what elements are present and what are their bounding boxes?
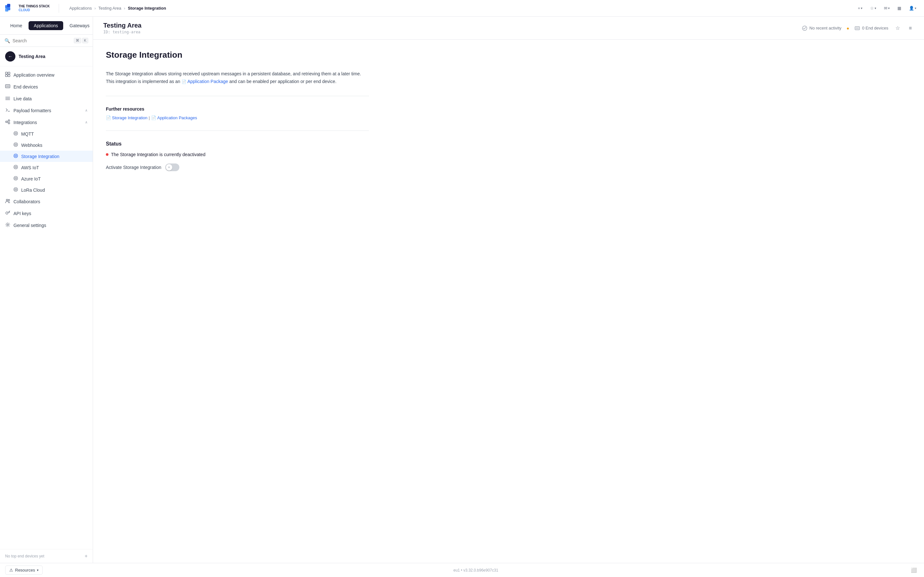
sidebar-item-integrations[interactable]: Integrations ∧ bbox=[0, 116, 93, 128]
svg-point-37 bbox=[15, 189, 16, 190]
sidebar-item-mqtt[interactable]: MQTT bbox=[0, 128, 93, 139]
sidebar-item-end-devices[interactable]: End devices bbox=[0, 81, 93, 93]
sidebar-item-label: End devices bbox=[13, 84, 38, 89]
svg-point-17 bbox=[8, 122, 10, 124]
sidebar-item-payload-formatters[interactable]: Payload formatters ∧ bbox=[0, 105, 93, 116]
breadcrumb-current: Storage Integration bbox=[128, 6, 166, 11]
sidebar-item-label: Integrations bbox=[13, 120, 37, 125]
sidebar-item-webhooks[interactable]: Webhooks bbox=[0, 139, 93, 151]
svg-rect-10 bbox=[8, 85, 9, 87]
svg-line-19 bbox=[7, 122, 8, 123]
page-id: ID: testing-area bbox=[103, 30, 142, 34]
no-activity-label: No recent activity bbox=[809, 26, 842, 31]
mail-chevron-icon: ▾ bbox=[888, 6, 890, 10]
mail-button[interactable]: ✉ ▾ bbox=[881, 5, 892, 12]
sidebar-item-general-settings[interactable]: General settings bbox=[0, 219, 93, 231]
sidebar-item-label: LoRa Cloud bbox=[21, 187, 45, 193]
azure-iot-icon bbox=[13, 176, 18, 181]
add-button[interactable]: + ▾ bbox=[855, 5, 865, 12]
menu-button[interactable]: ≡ bbox=[907, 23, 914, 33]
description-block: The Storage Integration allows storing r… bbox=[106, 70, 369, 96]
resources-chevron-icon: ▾ bbox=[37, 568, 39, 572]
activate-row: Activate Storage Integration ✕ bbox=[106, 163, 369, 171]
live-data-icon bbox=[5, 95, 10, 102]
sidebar-item-collaborators[interactable]: Collaborators bbox=[0, 195, 93, 207]
chart-button[interactable]: ▦ bbox=[895, 5, 904, 12]
svg-point-25 bbox=[15, 144, 16, 145]
nav-tabs: Home Applications Gateways bbox=[0, 17, 93, 35]
page-header-left: Testing Area ID: testing-area bbox=[103, 22, 142, 34]
svg-rect-6 bbox=[5, 75, 7, 77]
sidebar-item-aws-iot[interactable]: AWS IoT bbox=[0, 162, 93, 173]
svg-point-16 bbox=[8, 120, 10, 121]
tab-home[interactable]: Home bbox=[5, 21, 27, 30]
sidebar-item-label: Storage Integration bbox=[21, 154, 59, 159]
cmd-key: ⌘ bbox=[74, 38, 81, 43]
storage-integration-title: Storage Integration bbox=[106, 50, 369, 60]
star-button[interactable]: ☆ ▾ bbox=[867, 5, 879, 12]
brand-name-line2: CLOUD bbox=[19, 8, 50, 12]
breadcrumb-testing-area[interactable]: Testing Area bbox=[99, 6, 121, 11]
breadcrumb-applications[interactable]: Applications bbox=[69, 6, 92, 11]
svg-rect-1 bbox=[7, 4, 10, 7]
version-text: eu1 • v3.32.0.b96e907c31 bbox=[453, 568, 498, 572]
toggle-thumb: ✕ bbox=[166, 164, 172, 171]
search-bar: 🔍 ⌘ K bbox=[0, 35, 93, 47]
sidebar-item-lora-cloud[interactable]: LoRa Cloud bbox=[0, 184, 93, 195]
add-chevron-icon: ▾ bbox=[861, 6, 863, 10]
k-key: K bbox=[82, 38, 88, 43]
tab-gateways[interactable]: Gateways bbox=[65, 21, 93, 30]
logo: THE THINGS STACK CLOUD bbox=[5, 4, 50, 13]
svg-rect-45 bbox=[858, 27, 859, 29]
sidebar-item-live-data[interactable]: Live data bbox=[0, 93, 93, 105]
end-devices-status: 0 End devices bbox=[855, 25, 888, 31]
aws-iot-icon bbox=[13, 165, 18, 170]
main-content: Storage Integration The Storage Integrat… bbox=[93, 40, 382, 181]
back-button[interactable]: ← bbox=[5, 51, 15, 61]
logo-icon bbox=[5, 4, 17, 13]
console-button[interactable]: ⬜ bbox=[909, 566, 919, 575]
sidebar-item-api-keys[interactable]: API keys bbox=[0, 207, 93, 219]
topbar: THE THINGS STACK CLOUD Applications › Te… bbox=[0, 0, 924, 17]
content-area: Testing Area ID: testing-area No recent … bbox=[93, 17, 924, 563]
bookmark-button[interactable]: ☆ bbox=[893, 23, 902, 33]
resources-button[interactable]: ⚠ Resources ▾ bbox=[5, 566, 43, 575]
no-devices-text: No top end devices yet bbox=[5, 554, 44, 558]
svg-point-34 bbox=[15, 178, 16, 179]
tab-applications[interactable]: Applications bbox=[29, 21, 63, 30]
sidebar-header: ← Testing Area bbox=[0, 47, 93, 66]
end-devices-icon bbox=[5, 84, 10, 90]
application-package-link[interactable]: 📄 Application Package bbox=[182, 79, 229, 84]
sidebar-item-label: Webhooks bbox=[21, 143, 42, 148]
sidebar-item-label: AWS IoT bbox=[21, 165, 39, 170]
sidebar-item-storage-integration[interactable]: Storage Integration bbox=[0, 151, 93, 162]
page-header-right: No recent activity ● 0 End devices ☆ ≡ bbox=[802, 23, 914, 33]
user-button[interactable]: 👤 ▾ bbox=[906, 5, 919, 12]
general-settings-icon bbox=[5, 222, 10, 228]
further-resources-links: 📄 Storage Integration | 📄 Application Pa… bbox=[106, 115, 369, 120]
storage-integration-doc-link[interactable]: 📄 Storage Integration bbox=[106, 115, 148, 120]
svg-rect-8 bbox=[5, 85, 10, 88]
doc-icon-2: 📄 bbox=[151, 115, 156, 120]
svg-rect-43 bbox=[855, 27, 859, 30]
svg-point-31 bbox=[15, 167, 16, 167]
svg-line-18 bbox=[7, 121, 8, 121]
resources-icon: ⚠ bbox=[9, 568, 13, 572]
integrations-icon bbox=[5, 119, 10, 125]
add-device-button[interactable]: + bbox=[85, 553, 87, 559]
sidebar-item-azure-iot[interactable]: Azure IoT bbox=[0, 173, 93, 184]
sidebar-item-application-overview[interactable]: Application overview bbox=[0, 69, 93, 81]
svg-point-41 bbox=[7, 224, 9, 226]
svg-rect-9 bbox=[6, 85, 7, 87]
doc-icon: 📄 bbox=[182, 79, 186, 84]
storage-integration-toggle[interactable]: ✕ bbox=[165, 163, 179, 171]
application-packages-doc-link[interactable]: 📄 Application Packages bbox=[151, 115, 197, 120]
brand-name-line1: THE THINGS STACK bbox=[19, 5, 50, 8]
payload-formatters-icon bbox=[5, 107, 10, 113]
deactivated-status: The Storage Integration is currently dea… bbox=[106, 152, 369, 157]
collaborators-icon bbox=[5, 198, 10, 205]
search-input[interactable] bbox=[13, 38, 71, 43]
sidebar: Home Applications Gateways 🔍 ⌘ K ← Testi… bbox=[0, 17, 93, 563]
user-chevron-icon: ▾ bbox=[915, 6, 916, 10]
search-icon: 🔍 bbox=[5, 38, 10, 43]
